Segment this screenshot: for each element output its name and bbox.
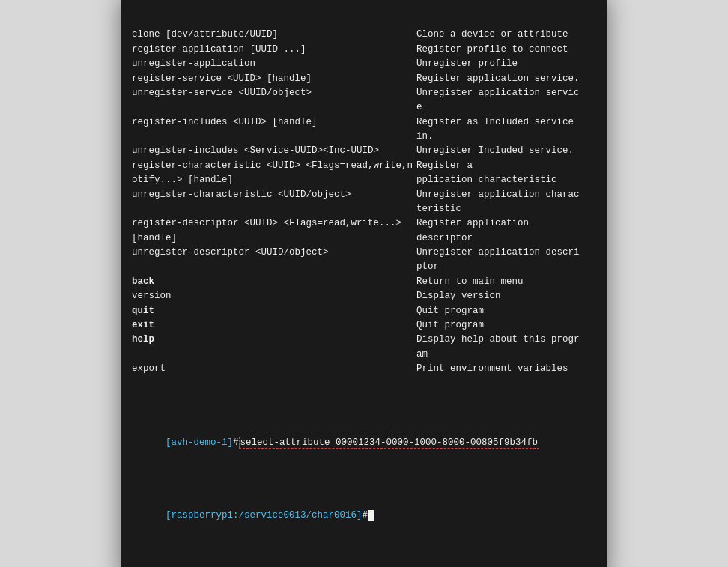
desc-text: Register applicationdescriptor [416, 218, 529, 243]
desc-text: Register as Included servicein. [416, 117, 574, 142]
cmd-cell: exit [132, 318, 416, 333]
terminal-body: clone [dev/attribute/UUID] Clone a devic… [121, 0, 607, 567]
desc-text: Unregister application service [416, 88, 580, 112]
cmd-cell: register-application [UUID ...] [132, 43, 416, 57]
cmd-text: clone [dev/attribute/UUID] [132, 29, 278, 40]
cmd-cell: unregister-characteristic <UUID/object> [132, 188, 416, 217]
table-row: export Print environment variables [132, 362, 596, 376]
prompt-raspi-label: [raspberrypi:/service0013/char0016] [166, 510, 363, 521]
cmd-cell: export [132, 362, 416, 376]
highlighted-command: select-attribute 00001234-0000-1000-8000… [239, 437, 540, 449]
table-row: back Return to main menu [132, 275, 596, 289]
desc-cell: Unregister application characteristic [416, 188, 596, 217]
prompt-avh-label: [avh-demo-1] [166, 437, 233, 448]
table-row: unregister-application Unregister profil… [132, 57, 596, 71]
cmd-text: unregister-descriptor <UUID/object> [132, 247, 329, 258]
cursor [368, 510, 374, 521]
prompt-line-2: [raspberrypi:/service0013/char0016]# [132, 494, 596, 537]
desc-text: Return to main menu [416, 276, 524, 287]
table-row: unregister-characteristic <UUID/object> … [132, 188, 596, 217]
desc-cell: Print environment variables [416, 362, 596, 376]
desc-text: Display version [416, 291, 501, 301]
cmd-text: unregister-service <UUID/object> [132, 88, 312, 98]
desc-cell: Register applicationdescriptor [416, 216, 596, 246]
table-row: version Display version [132, 289, 596, 303]
table-row: register-application [UUID ...] Register… [132, 43, 596, 57]
table-row: register-characteristic <UUID> <Flags=re… [132, 159, 596, 188]
cmd-cell: clone [dev/attribute/UUID] [132, 28, 416, 42]
cmd-text-bold: quit [132, 306, 154, 316]
cmd-text: register-application [UUID ...] [132, 44, 306, 55]
table-row: register-service <UUID> [handle] Registe… [132, 72, 596, 86]
prompt-hash-2: # [363, 510, 368, 521]
desc-text: Clone a device or attribute [416, 29, 568, 40]
cmd-cell: help [132, 333, 416, 362]
desc-text: Register application service. [416, 73, 580, 84]
desc-text: Unregister application characteristic [416, 189, 580, 214]
desc-text: Register application characteristic [416, 160, 557, 185]
desc-cell: Unregister Included service. [416, 144, 596, 158]
table-row: clone [dev/attribute/UUID] Clone a devic… [132, 28, 596, 42]
cmd-text-bold: back [132, 276, 154, 287]
cmd-cell: register-descriptor <UUID> <Flags=read,w… [132, 216, 416, 246]
prompt-hash: # [233, 437, 239, 448]
desc-cell: Unregister application descriptor [416, 246, 596, 275]
cmd-text: register-includes <UUID> [handle] [132, 117, 318, 127]
cmd-text: version [132, 291, 172, 301]
desc-text: Display help about this program [416, 334, 580, 359]
table-row: register-descriptor <UUID> <Flags=read,w… [132, 216, 596, 246]
desc-cell: Unregister profile [416, 57, 596, 71]
table-row: quit Quit program [132, 304, 596, 318]
desc-cell: Quit program [416, 318, 596, 333]
desc-cell: Quit program [416, 304, 596, 318]
table-row: exit Quit program [132, 318, 596, 333]
desc-cell: Register application characteristic [416, 159, 596, 188]
cmd-cell: unregister-application [132, 57, 416, 71]
cmd-cell: register-includes <UUID> [handle] [132, 115, 416, 145]
table-row: unregister-includes <Service-UUID><Inc-U… [132, 144, 596, 158]
cmd-cell: register-characteristic <UUID> <Flags=re… [132, 159, 416, 188]
cmd-cell: quit [132, 304, 416, 318]
desc-cell: Register profile to connect [416, 43, 596, 57]
cmd-text: register-service <UUID> [handle] [132, 73, 312, 84]
desc-text: Unregister application descriptor [416, 247, 580, 272]
desc-cell: Display help about this program [416, 333, 596, 362]
desc-text: Unregister profile [416, 58, 518, 69]
cmd-cell: unregister-includes <Service-UUID><Inc-U… [132, 144, 416, 158]
desc-text: Register profile to connect [416, 44, 568, 55]
cmd-text: unregister-includes <Service-UUID><Inc-U… [132, 145, 379, 156]
cmd-cell: unregister-descriptor <UUID/object> [132, 246, 416, 275]
cmd-text: register-characteristic <UUID> <Flags=re… [132, 160, 413, 185]
cmd-cell: register-service <UUID> [handle] [132, 72, 416, 86]
desc-cell: Clone a device or attribute [416, 28, 596, 42]
table-row: unregister-service <UUID/object> Unregis… [132, 86, 596, 115]
prompt-line-1: [avh-demo-1]#select-attribute 00001234-0… [132, 422, 596, 465]
cmd-cell: version [132, 289, 416, 303]
cmd-text: unregister-application [132, 58, 255, 69]
cmd-text: register-descriptor <UUID> <Flags=read,w… [132, 218, 407, 243]
desc-text: Quit program [416, 320, 484, 330]
desc-cell: Display version [416, 289, 596, 303]
desc-text: Quit program [416, 306, 484, 316]
desc-cell: Unregister application service [416, 86, 596, 115]
desc-cell: Register application service. [416, 72, 596, 86]
terminal-window: clone [dev/attribute/UUID] Clone a devic… [121, 0, 607, 567]
cmd-cell: back [132, 275, 416, 289]
cmd-text-bold: exit [132, 320, 154, 330]
table-row: unregister-descriptor <UUID/object> Unre… [132, 246, 596, 275]
desc-text: Print environment variables [416, 363, 568, 374]
desc-cell: Return to main menu [416, 275, 596, 289]
cmd-text: unregister-characteristic <UUID/object> [132, 189, 351, 200]
table-row: register-includes <UUID> [handle] Regist… [132, 115, 596, 145]
cmd-cell: unregister-service <UUID/object> [132, 86, 416, 115]
cmd-text: export [132, 363, 166, 374]
cmd-text-bold: help [132, 334, 154, 345]
command-table: clone [dev/attribute/UUID] Clone a devic… [132, 28, 596, 376]
table-row: help Display help about this program [132, 333, 596, 362]
desc-text: Unregister Included service. [416, 145, 574, 156]
desc-cell: Register as Included servicein. [416, 115, 596, 145]
